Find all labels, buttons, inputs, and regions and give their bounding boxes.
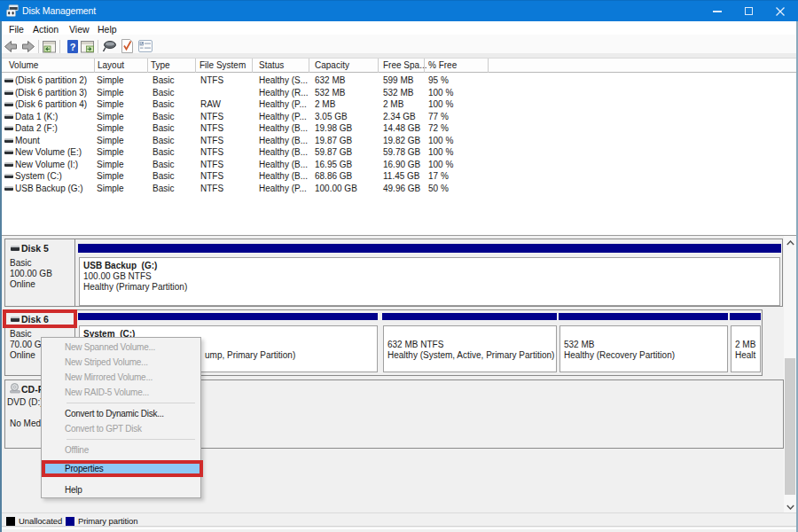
svg-text:?: ? xyxy=(70,42,76,52)
